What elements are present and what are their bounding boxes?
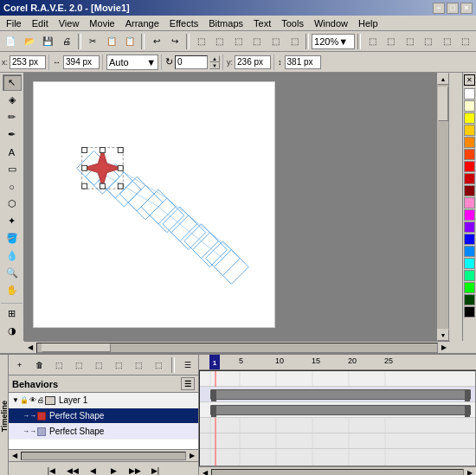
tl-scroll-right[interactable]: ▶ xyxy=(464,468,476,476)
y-input[interactable] xyxy=(235,55,271,69)
tb-btn9[interactable]: ⬚ xyxy=(267,33,285,50)
h-scroll-right[interactable]: ▶ xyxy=(438,343,450,353)
tool-interactive[interactable]: ⊞ xyxy=(3,305,22,322)
tb-copy[interactable]: 📋 xyxy=(102,33,120,50)
auto-select[interactable]: Auto ▼ xyxy=(106,55,158,70)
playhead-indicator[interactable]: 1 xyxy=(209,355,220,370)
track-handle-start-2[interactable] xyxy=(211,405,216,417)
btn-prev[interactable]: ◀ xyxy=(84,462,103,476)
track-row-3[interactable] xyxy=(200,402,475,418)
menu-arrange[interactable]: Arrange xyxy=(121,17,164,29)
canvas-paper[interactable] xyxy=(33,81,275,328)
tb-playback-add[interactable]: + xyxy=(10,356,29,374)
tree-scroll-left[interactable]: ◀ xyxy=(9,451,21,461)
tb-paste[interactable]: 📋 xyxy=(121,33,139,50)
tb-playback-menu[interactable]: ☰ xyxy=(178,356,196,374)
track-row-2[interactable] xyxy=(200,387,475,402)
menu-window[interactable]: Window xyxy=(310,17,352,29)
color-green[interactable] xyxy=(464,282,475,293)
tb-playback-del[interactable]: 🗑 xyxy=(30,356,48,374)
color-dark-red[interactable] xyxy=(464,173,475,184)
tool-blend[interactable]: ◑ xyxy=(3,323,22,339)
color-blue[interactable] xyxy=(464,234,475,245)
layer-shape-2-row[interactable]: →→ Perfect Shape xyxy=(9,424,198,440)
tb-undo[interactable]: ↩ xyxy=(147,33,165,50)
tool-perfect[interactable]: ✦ xyxy=(3,213,22,229)
tb-playback-8[interactable]: ⬚ xyxy=(130,356,148,374)
menu-file[interactable]: File xyxy=(2,17,26,29)
tool-rect[interactable]: ▭ xyxy=(3,161,22,177)
tb-btn15[interactable]: ⬚ xyxy=(438,33,456,50)
tool-freehand[interactable]: ✏ xyxy=(3,109,22,125)
maximize-button[interactable]: □ xyxy=(447,3,459,14)
menu-tools[interactable]: Tools xyxy=(277,17,308,29)
tb-btn8[interactable]: ⬚ xyxy=(248,33,267,50)
color-pink[interactable] xyxy=(464,197,475,209)
tool-fill[interactable]: 🪣 xyxy=(3,230,22,247)
btn-first[interactable]: |◀ xyxy=(42,462,61,476)
menu-text[interactable]: Text xyxy=(249,17,275,29)
tb-btn14[interactable]: ⬚ xyxy=(420,33,438,50)
tool-polygon[interactable]: ⬡ xyxy=(3,196,22,212)
color-cyan[interactable] xyxy=(464,258,475,269)
menu-bitmaps[interactable]: Bitmaps xyxy=(204,17,248,29)
h-scroll-thumb[interactable] xyxy=(42,343,111,352)
tb-btn11[interactable]: ⬚ xyxy=(363,33,382,50)
tb-btn13[interactable]: ⬚ xyxy=(401,33,419,50)
tb-playback-4[interactable]: ⬚ xyxy=(50,356,68,374)
color-red[interactable] xyxy=(464,161,475,172)
v-scroll-down[interactable]: ▼ xyxy=(437,329,449,341)
v-scroll-thumb[interactable] xyxy=(438,87,448,121)
color-dark-green[interactable] xyxy=(464,294,475,305)
w-input[interactable] xyxy=(63,55,100,69)
tb-redo[interactable]: ↪ xyxy=(166,33,184,50)
btn-prev-fast[interactable]: ◀◀ xyxy=(63,462,82,476)
menu-help[interactable]: Help xyxy=(354,17,383,29)
tb-playback-5[interactable]: ⬚ xyxy=(70,356,88,374)
color-black[interactable] xyxy=(464,306,475,318)
color-violet[interactable] xyxy=(464,221,475,233)
tool-text[interactable]: A xyxy=(3,144,22,160)
behaviors-menu-btn[interactable]: ☰ xyxy=(181,377,195,390)
tb-btn6[interactable]: ⬚ xyxy=(211,33,229,50)
btn-play[interactable]: ▶ xyxy=(105,462,124,476)
rot-down[interactable]: ▼ xyxy=(209,62,220,69)
tool-select[interactable]: ↖ xyxy=(3,74,22,91)
tb-cut[interactable]: ✂ xyxy=(84,33,102,50)
color-magenta[interactable] xyxy=(464,209,475,221)
track-handle-start[interactable] xyxy=(211,389,216,401)
tb-new[interactable]: 📄 xyxy=(2,33,20,50)
tb-btn10[interactable]: ⬚ xyxy=(286,33,304,50)
color-maroon[interactable] xyxy=(464,185,475,196)
color-teal[interactable] xyxy=(464,270,475,281)
v-scroll-up[interactable]: ▲ xyxy=(437,73,449,85)
tb-playback-7[interactable]: ⬚ xyxy=(110,356,128,374)
tb-btn7[interactable]: ⬚ xyxy=(229,33,248,50)
tool-eyedrop[interactable]: 💧 xyxy=(3,247,22,264)
tool-pan[interactable]: ✋ xyxy=(3,282,22,298)
layer-shape-1-row[interactable]: →→ Perfect Shape xyxy=(9,408,198,424)
tb-print[interactable]: 🖨 xyxy=(58,33,76,50)
no-color-swatch[interactable]: ✕ xyxy=(464,74,475,86)
color-gold[interactable] xyxy=(464,125,475,136)
tb-btn16[interactable]: ⬚ xyxy=(457,33,475,50)
menu-effects[interactable]: Effects xyxy=(165,17,203,29)
tool-zoom[interactable]: 🔍 xyxy=(3,265,22,281)
tool-bezier[interactable]: ✒ xyxy=(3,126,22,143)
btn-last[interactable]: ▶| xyxy=(146,462,165,476)
tl-scroll-left[interactable]: ◀ xyxy=(199,468,211,476)
tb-save[interactable]: 💾 xyxy=(39,33,57,50)
color-light-yellow[interactable] xyxy=(464,100,475,112)
close-button[interactable]: × xyxy=(460,3,473,14)
color-sky-blue[interactable] xyxy=(464,246,475,257)
rot-input[interactable] xyxy=(175,55,208,69)
tb-playback-9[interactable]: ⬚ xyxy=(150,356,168,374)
color-red-orange[interactable] xyxy=(464,149,475,160)
menu-movie[interactable]: Movie xyxy=(85,17,119,29)
tb-playback-6[interactable]: ⬚ xyxy=(90,356,108,374)
rot-up[interactable]: ▲ xyxy=(209,55,220,62)
h-scroll-left[interactable]: ◀ xyxy=(24,343,36,353)
tb-btn12[interactable]: ⬚ xyxy=(382,33,400,50)
color-yellow[interactable] xyxy=(464,112,475,124)
track-bar-2[interactable] xyxy=(210,405,471,415)
